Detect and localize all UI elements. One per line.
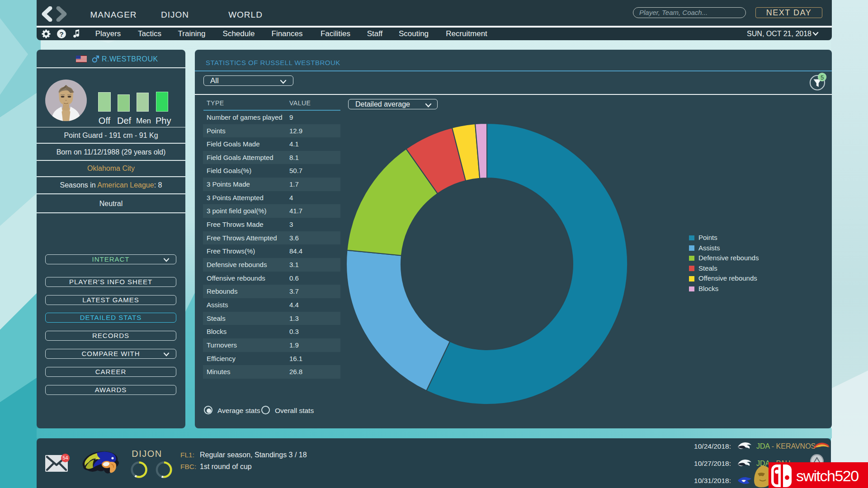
svg-text:?: ?	[59, 30, 63, 38]
svg-text:5: 5	[821, 74, 824, 81]
